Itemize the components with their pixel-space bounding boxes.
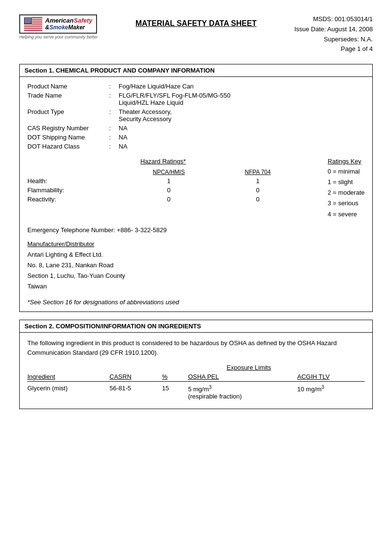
ratings-key-1: 1 = slight bbox=[328, 177, 365, 187]
emergency-label: Emergency Telephone Number: bbox=[27, 226, 115, 234]
health-nfpa: 1 bbox=[217, 176, 299, 186]
cas-row: CAS Registry Number : NA bbox=[27, 125, 365, 132]
svg-point-16 bbox=[28, 19, 29, 20]
hazard-ratings-title: Hazard Ratings* bbox=[27, 158, 299, 165]
section1-content: Product Name : Fog/Haze Liquid/Haze Can … bbox=[20, 77, 372, 311]
reactivity-npca: 0 bbox=[121, 195, 217, 204]
svg-point-21 bbox=[29, 20, 30, 21]
ingredients-header-row: Ingredient CASRN % OSHA PEL ACGIH TLV bbox=[27, 372, 365, 382]
svg-point-20 bbox=[27, 20, 28, 21]
product-name-row: Product Name : Fog/Haze Liquid/Haze Can bbox=[27, 83, 365, 90]
svg-rect-6 bbox=[24, 28, 42, 29]
product-info-table: Product Name : Fog/Haze Liquid/Haze Can … bbox=[27, 83, 365, 150]
dot-shipping-row: DOT Shipping Name : NA bbox=[27, 134, 365, 141]
reactivity-nfpa: 0 bbox=[217, 195, 299, 204]
page-number: Page 1 of 4 bbox=[294, 44, 373, 54]
ingredients-table: Ingredient CASRN % OSHA PEL ACGIH TLV Gl… bbox=[27, 372, 365, 403]
svg-point-26 bbox=[30, 21, 31, 22]
section2-content: The following ingredient in this product… bbox=[20, 333, 372, 409]
trade-name-label: Trade Name bbox=[27, 92, 109, 99]
emergency-number: +886- 3-322-5829 bbox=[117, 226, 167, 234]
svg-point-19 bbox=[26, 20, 27, 21]
logo-box: AmericanSafety &SmokeMaker bbox=[19, 14, 97, 34]
section2-header: Section 2. COMPOSITION/INFORMATION ON IN… bbox=[20, 320, 372, 333]
issue-date: Issue Date: August 14, 2008 bbox=[294, 25, 373, 35]
manufacturer-info: Antari Lighting & Effect Ltd. No. 8, Lan… bbox=[27, 249, 365, 292]
exposure-limits-label: Exposure Limits bbox=[227, 364, 271, 371]
svg-point-25 bbox=[28, 21, 29, 22]
product-type-row: Product Type : Theater Accessory, Securi… bbox=[27, 108, 365, 123]
glycerin-acgih: 10 mg/m3 bbox=[294, 382, 365, 403]
svg-point-24 bbox=[27, 21, 28, 22]
svg-point-22 bbox=[30, 20, 31, 21]
manufacturer-line2: No. 8, Lane 231, Nankan Road bbox=[27, 260, 365, 271]
glycerin-casrn: 56-81-5 bbox=[106, 382, 158, 403]
svg-point-15 bbox=[27, 19, 28, 20]
manufacturer-line4: Taiwan bbox=[27, 281, 365, 292]
manufacturer-line1: Antari Lighting & Effect Ltd. bbox=[27, 249, 365, 260]
svg-rect-5 bbox=[24, 25, 42, 26]
hazard-table: NPCA/HMIS NFPA 704 Health: 1 1 Flammabil… bbox=[27, 168, 299, 204]
ratings-key-3: 3 = serious bbox=[328, 198, 365, 209]
dot-hazard-row: DOT Hazard Class : NA bbox=[27, 143, 365, 150]
health-row: Health: 1 1 bbox=[27, 176, 299, 186]
section2-box: Section 2. COMPOSITION/INFORMATION ON IN… bbox=[19, 320, 373, 409]
manufacturer-title: Manufacturer/Distributor bbox=[27, 240, 94, 248]
logo-american: AmericanSafety bbox=[45, 17, 92, 24]
manufacturer-line3: Section 1, Luchu, Tao-Yuan County bbox=[27, 271, 365, 281]
msds-number: MSDS: 001:053014/1 bbox=[294, 14, 373, 25]
emergency-phone: Emergency Telephone Number: +886- 3-322-… bbox=[27, 226, 365, 234]
svg-point-33 bbox=[27, 23, 28, 24]
manufacturer-section: Manufacturer/Distributor Antari Lighting… bbox=[27, 240, 365, 292]
dot-shipping-value: NA bbox=[119, 134, 127, 141]
ratings-key-title: Ratings Key bbox=[328, 158, 365, 165]
svg-point-28 bbox=[26, 22, 27, 23]
svg-point-27 bbox=[24, 22, 25, 23]
col-casrn: CASRN bbox=[106, 372, 158, 382]
svg-point-18 bbox=[24, 20, 25, 21]
ratings-key-4: 4 = severe bbox=[328, 209, 365, 220]
svg-rect-7 bbox=[24, 30, 42, 31]
exposure-limits-label-wrapper: Exposure Limits bbox=[133, 364, 365, 372]
flag-icon bbox=[24, 17, 42, 31]
svg-point-34 bbox=[28, 23, 29, 24]
col-percent: % bbox=[158, 372, 184, 382]
svg-point-29 bbox=[27, 22, 28, 23]
nfpa-col-header: NFPA 704 bbox=[217, 168, 299, 176]
health-npca: 1 bbox=[121, 176, 217, 186]
svg-point-23 bbox=[25, 21, 26, 22]
document-title: MATERIAL SAFETY DATA SHEET bbox=[98, 14, 294, 28]
svg-point-9 bbox=[24, 18, 25, 19]
health-label: Health: bbox=[27, 176, 121, 186]
hazard-col-empty bbox=[27, 168, 121, 176]
svg-point-30 bbox=[29, 22, 30, 23]
hazard-table-area: Hazard Ratings* NPCA/HMIS NFPA 704 Healt… bbox=[27, 158, 299, 219]
acgih-sup: 3 bbox=[321, 385, 324, 390]
svg-point-13 bbox=[30, 18, 31, 19]
osha-sub: (respirable fraction) bbox=[188, 393, 242, 400]
glycerin-name: Glycerin (mist) bbox=[27, 382, 106, 403]
osha-sup: 3 bbox=[209, 385, 212, 390]
supersedes: Supersedes: N.A. bbox=[294, 35, 373, 45]
svg-point-31 bbox=[30, 22, 31, 23]
svg-rect-4 bbox=[24, 24, 42, 25]
flammability-row: Flammability: 0 0 bbox=[27, 186, 299, 195]
svg-point-14 bbox=[25, 19, 26, 20]
flammability-label: Flammability: bbox=[27, 186, 121, 195]
col-acgih-tlv: ACGIH TLV bbox=[294, 372, 365, 382]
glycerin-osha: 5 mg/m3 (respirable fraction) bbox=[184, 382, 293, 403]
svg-point-12 bbox=[29, 18, 30, 19]
glycerin-percent: 15 bbox=[158, 382, 184, 403]
ratings-key-0: 0 = minimal bbox=[328, 166, 365, 177]
section1-header: Section 1. CHEMICAL PRODUCT AND COMPANY … bbox=[20, 64, 372, 77]
col-osha-pel: OSHA PEL bbox=[184, 372, 293, 382]
svg-point-10 bbox=[26, 18, 27, 19]
logo-tagline: Helping you serve your community better bbox=[19, 35, 98, 39]
dot-hazard-label: DOT Hazard Class bbox=[27, 143, 109, 150]
npca-col-header: NPCA/HMIS bbox=[121, 168, 217, 176]
reactivity-label: Reactivity: bbox=[27, 195, 121, 204]
logo-area: AmericanSafety &SmokeMaker Helping you s… bbox=[19, 14, 98, 39]
product-type-label: Product Type bbox=[27, 108, 109, 115]
flammability-nfpa: 0 bbox=[217, 186, 299, 195]
section1-box: Section 1. CHEMICAL PRODUCT AND COMPANY … bbox=[19, 64, 373, 312]
